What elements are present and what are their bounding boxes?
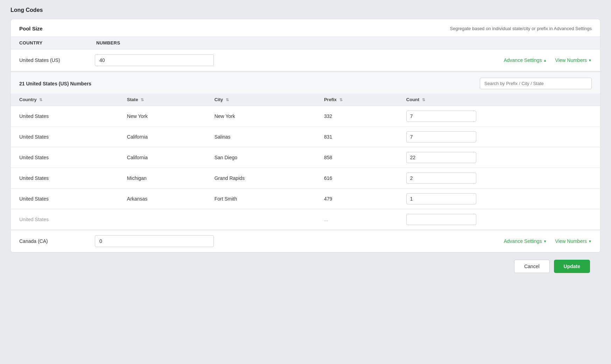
col-header-count: Count ⇅ xyxy=(398,93,600,106)
cell-state xyxy=(119,209,206,230)
count-input[interactable] xyxy=(406,131,476,142)
cell-country: United States xyxy=(11,189,119,209)
numbers-table-header-row: Country ⇅ State ⇅ City ⇅ Prefix ⇅ xyxy=(11,93,600,106)
cell-country: United States xyxy=(11,127,119,147)
pool-header-numbers: Numbers xyxy=(96,40,592,46)
cell-city: New York xyxy=(206,106,316,127)
cell-prefix: 616 xyxy=(316,168,398,189)
cell-prefix: ... xyxy=(316,209,398,230)
col-header-city: City ⇅ xyxy=(206,93,316,106)
cell-city xyxy=(206,209,316,230)
col-header-country: Country ⇅ xyxy=(11,93,119,106)
cell-city: Grand Rapids xyxy=(206,168,316,189)
ca-country-label: Canada (CA) xyxy=(19,238,89,244)
cell-prefix: 858 xyxy=(316,147,398,168)
pool-row-us: United States (US) Advance Settings View… xyxy=(11,49,600,71)
cell-city: Salinas xyxy=(206,127,316,147)
cell-count xyxy=(398,106,600,127)
table-row: United States Michigan Grand Rapids 616 xyxy=(11,168,600,189)
count-input[interactable] xyxy=(406,173,476,184)
page-title: Long Codes xyxy=(10,7,601,13)
table-row: United States Arkansas Fort Smith 479 xyxy=(11,189,600,209)
ca-view-numbers-link[interactable]: View Numbers xyxy=(555,238,592,244)
pool-header-country: Country xyxy=(19,40,96,46)
count-sort-icon[interactable]: ⇅ xyxy=(422,98,425,102)
col-header-state: State ⇅ xyxy=(119,93,206,106)
cell-country: United States xyxy=(11,168,119,189)
country-sort-icon[interactable]: ⇅ xyxy=(39,98,42,102)
count-input[interactable] xyxy=(406,214,476,225)
count-input[interactable] xyxy=(406,111,476,122)
ca-number-input-wrapper xyxy=(95,235,214,247)
cell-city: San Diego xyxy=(206,147,316,168)
cell-state: California xyxy=(119,147,206,168)
numbers-search-input[interactable] xyxy=(480,78,592,89)
pool-table-header: Country Numbers xyxy=(11,37,600,49)
cell-count xyxy=(398,209,600,230)
ca-actions: Advance Settings View Numbers xyxy=(504,238,592,244)
main-card: Pool Size Segregate based on individual … xyxy=(10,19,601,253)
cell-city: Fort Smith xyxy=(206,189,316,209)
numbers-tbody: United States New York New York 332 Unit… xyxy=(11,106,600,230)
cell-state: New York xyxy=(119,106,206,127)
numbers-table: Country ⇅ State ⇅ City ⇅ Prefix ⇅ xyxy=(11,93,600,230)
us-actions: Advance Settings View Numbers xyxy=(504,57,592,63)
us-view-numbers-link[interactable]: View Numbers xyxy=(555,57,592,63)
table-row: United States California Salinas 831 xyxy=(11,127,600,147)
cell-prefix: 332 xyxy=(316,106,398,127)
city-sort-icon[interactable]: ⇅ xyxy=(226,98,229,102)
cell-count xyxy=(398,189,600,209)
table-row: United States New York New York 332 xyxy=(11,106,600,127)
cell-country: United States xyxy=(11,106,119,127)
table-row: United States California San Diego 858 xyxy=(11,147,600,168)
numbers-section-title: 21 United States (US) Numbers xyxy=(19,81,91,86)
count-input[interactable] xyxy=(406,152,476,163)
numbers-section-header: 21 United States (US) Numbers xyxy=(11,72,600,93)
cell-prefix: 479 xyxy=(316,189,398,209)
pool-size-note: Segregate based on individual state/city… xyxy=(450,26,592,31)
cell-state: Michigan xyxy=(119,168,206,189)
table-row: United States ... xyxy=(11,209,600,230)
pool-size-label: Pool Size xyxy=(19,26,43,31)
footer-actions: Cancel Update xyxy=(10,253,601,280)
us-country-label: United States (US) xyxy=(19,57,89,63)
prefix-sort-icon[interactable]: ⇅ xyxy=(339,98,343,102)
cancel-button[interactable]: Cancel xyxy=(514,260,550,273)
numbers-section: 21 United States (US) Numbers Country ⇅ … xyxy=(11,71,600,230)
cell-country: United States xyxy=(11,147,119,168)
pool-row-ca: Canada (CA) Advance Settings View Number… xyxy=(11,230,600,252)
us-number-input-wrapper xyxy=(95,54,214,66)
ca-advance-settings-link[interactable]: Advance Settings xyxy=(504,238,547,244)
cell-count xyxy=(398,147,600,168)
cell-country: United States xyxy=(11,209,119,230)
ca-number-input[interactable] xyxy=(95,235,214,247)
us-advance-settings-link[interactable]: Advance Settings xyxy=(504,57,547,63)
cell-state: Arkansas xyxy=(119,189,206,209)
update-button[interactable]: Update xyxy=(554,260,590,273)
state-sort-icon[interactable]: ⇅ xyxy=(141,98,144,102)
cell-count xyxy=(398,168,600,189)
cell-prefix: 831 xyxy=(316,127,398,147)
pool-size-header: Pool Size Segregate based on individual … xyxy=(11,19,600,37)
us-number-input[interactable] xyxy=(95,54,214,66)
cell-state: California xyxy=(119,127,206,147)
cell-count xyxy=(398,127,600,147)
col-header-prefix: Prefix ⇅ xyxy=(316,93,398,106)
count-input[interactable] xyxy=(406,193,476,204)
